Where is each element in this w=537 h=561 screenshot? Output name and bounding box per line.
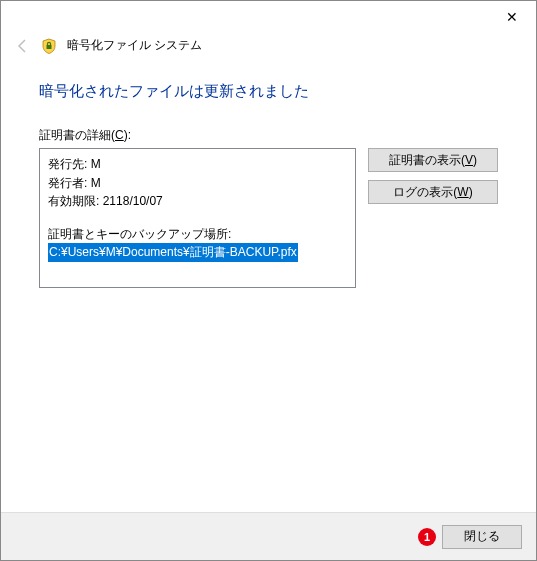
cert-details-box: 発行先: M 発行者: M 有効期限: 2118/10/07 証明書とキーのバッ… [39,148,356,288]
issued-by-label: 発行者: [48,176,87,190]
expiry-label: 有効期限: [48,194,99,208]
issued-by-row: 発行者: M [48,174,347,193]
shield-efs-icon [41,38,57,54]
wizard-header: 暗号化ファイル システム [1,31,536,54]
view-log-accelerator: W [457,185,468,199]
issued-to-row: 発行先: M [48,155,347,174]
expiry-value: 2118/10/07 [103,194,163,208]
cert-details-label-post: ): [124,128,131,142]
annotation-badge-1: 1 [418,528,436,546]
cert-details-accelerator: C [115,128,124,142]
backup-location-label: 証明書とキーのバックアップ場所: [48,225,347,244]
backup-path-row: C:¥Users¥M¥Documents¥証明書-BACKUP.pfx [48,243,347,262]
view-log-button[interactable]: ログの表示(W) [368,180,498,204]
view-log-post: ) [469,185,473,199]
close-icon: ✕ [506,9,518,25]
expiry-row: 有効期限: 2118/10/07 [48,192,347,211]
issued-by-value: M [91,176,101,190]
backup-path-value[interactable]: C:¥Users¥M¥Documents¥証明書-BACKUP.pfx [48,243,298,262]
content-area: 暗号化されたファイルは更新されました 証明書の詳細(C): 発行先: M 発行者… [1,54,536,288]
close-window-button[interactable]: ✕ [490,3,534,31]
titlebar: ✕ [1,1,536,31]
wizard-title: 暗号化ファイル システム [67,37,202,54]
page-heading: 暗号化されたファイルは更新されました [39,82,498,101]
view-cert-accelerator: V [465,153,473,167]
issued-to-label: 発行先: [48,157,87,171]
view-certificate-button[interactable]: 証明書の表示(V) [368,148,498,172]
view-log-pre: ログの表示( [393,184,457,201]
close-button[interactable]: 閉じる [442,525,522,549]
view-cert-pre: 証明書の表示( [389,152,465,169]
view-cert-post: ) [473,153,477,167]
back-arrow-icon [15,38,31,54]
issued-to-value: M [91,157,101,171]
svg-rect-0 [47,45,52,49]
dialog-footer: 1 閉じる [1,512,536,560]
cert-details-label-pre: 証明書の詳細( [39,128,115,142]
side-button-column: 証明書の表示(V) ログの表示(W) [368,148,498,204]
cert-details-label: 証明書の詳細(C): [39,127,498,144]
